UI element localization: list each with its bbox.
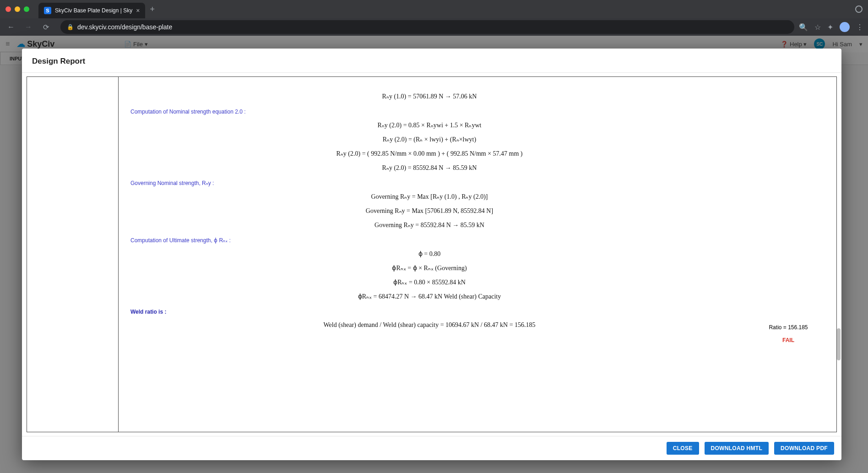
- forward-button[interactable]: →: [22, 23, 35, 31]
- section-heading: Weld ratio is :: [130, 309, 731, 315]
- user-avatar[interactable]: SC: [814, 38, 825, 49]
- report-result-column: Ratio = 156.185 FAIL: [740, 77, 836, 432]
- equation: ϕRₙₓ = ϕ × Rₙₓ (Governing): [128, 264, 731, 272]
- reload-button[interactable]: ⟳: [39, 23, 52, 32]
- profile-avatar[interactable]: [840, 22, 850, 32]
- logo-text: SkyCiv: [27, 39, 54, 49]
- section-heading: Computation of Ultimate strength, ϕ Rₙₓ …: [130, 237, 731, 244]
- equation: Rₙy (2.0) = 85592.84 N → 85.59 kN: [128, 164, 731, 172]
- report-body[interactable]: Rₙy (1.0) = 57061.89 N → 57.06 kN Comput…: [22, 73, 841, 436]
- report-content: Rₙy (1.0) = 57061.89 N → 57.06 kN Comput…: [119, 77, 740, 432]
- help-menu[interactable]: ❓ Help ▾: [781, 41, 807, 48]
- user-greeting: Hi Sam: [832, 41, 852, 48]
- extensions-icon[interactable]: ✦: [827, 23, 833, 32]
- browser-tab[interactable]: S SkyCiv Base Plate Design | Sky ×: [38, 3, 145, 18]
- window-titlebar: S SkyCiv Base Plate Design | Sky × +: [0, 0, 868, 18]
- maximize-window-button[interactable]: [24, 6, 29, 12]
- equation: Governing Rₙy = 85592.84 N → 85.59 kN: [128, 221, 731, 229]
- modal-footer: CLOSE DOWNLOAD HMTL DOWNLOAD PDF: [22, 436, 841, 460]
- equation: Rₙy (2.0) = ( 992.85 N/mm × 0.00 mm ) + …: [128, 150, 731, 158]
- close-tab-icon[interactable]: ×: [136, 7, 140, 14]
- design-report-modal: Design Report Rₙy (1.0) = 57061.89 N → 5…: [22, 49, 841, 460]
- logo[interactable]: ☁ SkyCiv: [17, 39, 54, 49]
- new-tab-button[interactable]: +: [145, 5, 159, 14]
- zoom-icon[interactable]: 🔍: [799, 23, 808, 32]
- close-window-button[interactable]: [5, 6, 11, 12]
- section-heading: Computation of Nominal strength equation…: [130, 109, 731, 115]
- user-menu-chevron-icon[interactable]: ▾: [859, 41, 863, 48]
- ratio-value: Ratio = 156.185: [746, 324, 831, 331]
- equation: Rₙy (2.0) = (Rₙ × lwyi) + (Rₙ×lwyt): [128, 136, 731, 143]
- back-button[interactable]: ←: [5, 23, 17, 31]
- equation: Rₙy (2.0) = 0.85 × Rₙywi + 1.5 × Rₙywt: [128, 121, 731, 129]
- download-pdf-button[interactable]: DOWNLOAD PDF: [774, 442, 834, 455]
- download-html-button[interactable]: DOWNLOAD HMTL: [705, 442, 769, 455]
- hamburger-icon[interactable]: ≡: [5, 40, 10, 48]
- account-status-icon[interactable]: [855, 5, 863, 13]
- equation: Governing Rₙy = Max [57061.89 N, 85592.8…: [128, 207, 731, 215]
- equation: ϕRₙₓ = 68474.27 N → 68.47 kN Weld (shear…: [128, 293, 731, 300]
- modal-title: Design Report: [22, 49, 841, 72]
- file-menu[interactable]: 📄 File ▾: [124, 41, 147, 48]
- report-left-column: [27, 77, 119, 432]
- lock-icon: 🔒: [67, 24, 74, 30]
- address-bar[interactable]: 🔒 dev.skyciv.com/design/base-plate: [60, 20, 794, 34]
- tab-title: SkyCiv Base Plate Design | Sky: [55, 7, 132, 14]
- cloud-icon: ☁: [17, 39, 25, 49]
- equation: Governing Rₙy = Max [Rₙy (1.0) , Rₙy (2.…: [128, 193, 731, 201]
- url-text: dev.skyciv.com/design/base-plate: [77, 23, 172, 31]
- browser-toolbar: ← → ⟳ 🔒 dev.skyciv.com/design/base-plate…: [0, 18, 868, 36]
- section-heading: Governing Nominal strength, Rₙy :: [130, 180, 731, 186]
- result-status: FAIL: [746, 337, 831, 343]
- equation: ϕ = 0.80: [128, 250, 731, 258]
- equation: Weld (shear) demand / Weld (shear) capac…: [128, 321, 731, 329]
- menu-icon[interactable]: ⋮: [856, 23, 863, 32]
- traffic-lights: [5, 6, 29, 12]
- close-button[interactable]: CLOSE: [667, 442, 699, 455]
- scrollbar-thumb[interactable]: [837, 328, 841, 360]
- equation: Rₙy (1.0) = 57061.89 N → 57.06 kN: [128, 92, 731, 100]
- equation: ϕRₙₓ = 0.80 × 85592.84 kN: [128, 278, 731, 286]
- minimize-window-button[interactable]: [15, 6, 20, 12]
- bookmark-icon[interactable]: ☆: [814, 23, 821, 32]
- favicon-icon: S: [44, 7, 51, 14]
